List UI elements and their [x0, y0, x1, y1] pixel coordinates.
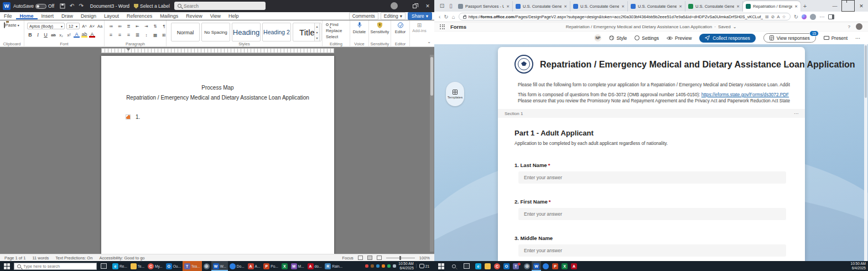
taskbar-clock[interactable]: 10:50 AM6/4/2025: [851, 262, 866, 270]
sync-icon[interactable]: ↻: [794, 14, 798, 20]
superscript-button[interactable]: x²: [66, 32, 72, 38]
web-layout-icon[interactable]: [377, 256, 382, 260]
line-spacing-icon[interactable]: ↕: [143, 32, 149, 38]
task-view-button[interactable]: [101, 263, 107, 269]
taskbar-app-acrobat[interactable]: Ado...: [306, 261, 324, 271]
tab-close-icon[interactable]: ✕: [621, 4, 625, 9]
taskbar-app-excel[interactable]: X: [280, 261, 289, 271]
section-header[interactable]: Section 1 ⋯: [498, 109, 805, 118]
taskbar-app-loop[interactable]: [541, 261, 550, 271]
tab-references[interactable]: References: [123, 12, 156, 19]
browser-tab[interactable]: U.S. Consulate General Melbou ✕: [513, 1, 570, 12]
italic-button[interactable]: I: [35, 32, 41, 38]
style-heading[interactable]: Heading: [232, 23, 261, 41]
ruler-strip[interactable]: [101, 48, 334, 53]
view-responses-button[interactable]: View responses15: [763, 33, 816, 43]
browser-profile-avatar[interactable]: [810, 14, 816, 20]
tab-draw[interactable]: Draw: [58, 12, 77, 19]
scrollbar-thumb[interactable]: [430, 57, 433, 96]
form-description-line2[interactable]: This form is composed of questions from …: [518, 92, 790, 97]
numbered-list-icon[interactable]: ≕: [117, 23, 123, 29]
tab-close-icon[interactable]: ✕: [736, 4, 740, 9]
tab-layout[interactable]: Layout: [100, 12, 123, 19]
save-icon[interactable]: [60, 3, 65, 9]
read-aloud-icon[interactable]: A: [777, 14, 779, 19]
text-effects-icon[interactable]: A: [74, 32, 80, 38]
toolbar-more-icon[interactable]: ⋯: [855, 35, 860, 41]
close-window-button[interactable]: ✕: [421, 0, 434, 12]
question-label-1[interactable]: 1. Last Name*: [514, 162, 550, 168]
underline-button[interactable]: U: [43, 32, 49, 38]
change-case-icon[interactable]: Aa: [97, 23, 103, 29]
highlight-color-icon[interactable]: ab: [81, 33, 87, 38]
taskbar-app-excel[interactable]: X: [560, 261, 569, 271]
zoom-level[interactable]: 100%: [419, 256, 430, 260]
part-subtitle[interactable]: Application to be completed by each adul…: [514, 141, 668, 146]
taskbar-app-m[interactable]: MM...: [289, 261, 306, 271]
editing-mode-button[interactable]: Editing▾: [381, 12, 406, 20]
close-window-button[interactable]: ✕: [855, 0, 868, 12]
font-size-combo[interactable]: 12▾: [66, 23, 80, 29]
favorite-star-icon[interactable]: ☆: [782, 14, 786, 19]
tab-review[interactable]: Review: [182, 12, 206, 19]
align-right-icon[interactable]: ≡: [126, 32, 132, 38]
new-tab-button[interactable]: +: [801, 3, 809, 9]
page-indicator[interactable]: Page 1 of 1: [4, 256, 25, 260]
editor-button[interactable]: Editor: [391, 22, 409, 34]
tab-view[interactable]: View: [206, 12, 225, 19]
present-button[interactable]: Present: [824, 35, 848, 41]
templates-button[interactable]: Templates: [446, 82, 464, 106]
print-layout-icon[interactable]: [367, 256, 372, 260]
collapse-ribbon-icon[interactable]: ⌄: [427, 39, 431, 44]
forms-scrollbar[interactable]: [864, 44, 867, 261]
taskbar-search-input[interactable]: [23, 264, 93, 269]
tab-help[interactable]: Help: [225, 12, 243, 19]
text-predictions[interactable]: Text Predictions: On: [55, 256, 92, 260]
tray-icon[interactable]: [393, 264, 396, 268]
ds3072-link[interactable]: https://eforms.state.gov/Forms/ds3072.PD…: [701, 92, 789, 97]
subscript-button[interactable]: x₂: [58, 32, 64, 38]
styles-gallery-scroll[interactable]: ▴ ▾ ▾: [314, 23, 320, 41]
select-label-button[interactable]: Select a Label: [140, 3, 170, 9]
question-label-3[interactable]: 3. Middle Name: [514, 235, 553, 241]
select-button[interactable]: Select: [326, 34, 342, 39]
gallery-up-icon[interactable]: ▴: [316, 24, 318, 28]
replace-button[interactable]: Replace: [326, 28, 342, 33]
user-avatar[interactable]: [391, 2, 398, 9]
tab-mailings[interactable]: Mailings: [156, 12, 182, 19]
taskbar-app-antivirus[interactable]: AA...: [246, 261, 262, 271]
branching-icon[interactable]: ⑂: [785, 64, 791, 67]
word-search-input[interactable]: [184, 3, 262, 9]
search-icon[interactable]: [452, 264, 456, 268]
increase-indent-icon[interactable]: ⇥: [143, 23, 149, 29]
last-name-input[interactable]: [518, 171, 786, 184]
form-description-line1[interactable]: Please fill out the following form to co…: [518, 82, 790, 87]
taskbar-app-edge[interactable]: eRe...: [111, 261, 129, 271]
autosave-toggle[interactable]: AutoSave Off: [13, 3, 54, 9]
mute-tab-icon[interactable]: ⊘: [771, 14, 775, 19]
taskbar-app-powerpoint[interactable]: PPo...: [262, 261, 279, 271]
chevron-down-icon[interactable]: ⌄: [733, 24, 737, 29]
tray-icon[interactable]: [376, 264, 380, 268]
section-more-icon[interactable]: ⋯: [794, 111, 798, 116]
forms-app-name[interactable]: Forms: [450, 24, 466, 30]
word-scrollbar[interactable]: [430, 55, 434, 252]
multilevel-list-icon[interactable]: ≣: [126, 23, 132, 29]
forms-account-avatar[interactable]: [856, 23, 862, 30]
sidebar-toggle-icon[interactable]: [828, 14, 834, 19]
start-button[interactable]: [4, 263, 10, 269]
form-title[interactable]: Repatriation / Emergency Medical and Die…: [540, 60, 783, 70]
taskbar-clock[interactable]: 10:50 AM6/4/2025: [398, 262, 413, 270]
taskbar-app-outlook[interactable]: OOu...: [164, 261, 183, 271]
align-left-icon[interactable]: ≡: [108, 32, 114, 38]
taskbar-app-explorer[interactable]: [483, 261, 492, 271]
taskbar-app-rain[interactable]: RRain...: [323, 261, 344, 271]
scrollbar-thumb[interactable]: [865, 45, 867, 98]
zoom-slider[interactable]: [386, 258, 415, 258]
vertical-tabs-icon[interactable]: ▯: [446, 2, 455, 11]
copilot-icon[interactable]: [802, 14, 807, 19]
comments-button[interactable]: Comments: [349, 12, 378, 20]
accessibility-status[interactable]: Accessibility: Good to go: [99, 256, 144, 260]
grow-font-icon[interactable]: A^: [81, 23, 87, 29]
word-search-box[interactable]: [174, 2, 266, 10]
